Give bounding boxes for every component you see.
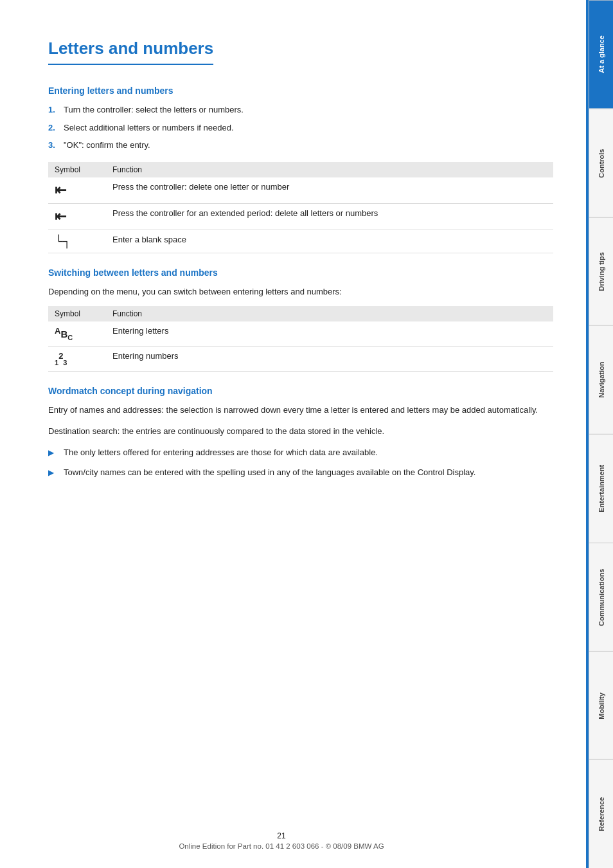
step-3: 3. "OK": confirm the entry. (48, 139, 553, 152)
bullet-2-text: Town/city names can be entered with the … (64, 466, 475, 479)
footer: 21 Online Edition for Part no. 01 41 2 6… (0, 831, 563, 850)
sidebar-tab-label: Navigation (598, 362, 605, 398)
symbol-abc: ABC (48, 321, 106, 347)
table-row: ⇤ Press the controller for an extended p… (48, 203, 553, 230)
step-3-num: 3. (48, 139, 58, 152)
function-abc: Entering letters (106, 321, 553, 347)
page-number: 21 (0, 831, 563, 840)
table-row: 123 Entering numbers (48, 347, 553, 372)
switching-table-col2: Function (106, 306, 553, 321)
bullet-2: ▶ Town/city names can be entered with th… (48, 466, 553, 479)
function-backspace1: Press the controller: delete one letter … (106, 177, 553, 204)
sidebar-tab-driving-tips[interactable]: Driving tips (589, 217, 613, 326)
sidebar-tab-label: Entertainment (598, 465, 605, 512)
wordmatch-heading: Wordmatch concept during navigation (48, 386, 553, 396)
symbol-backspace2: ⇤ (48, 203, 106, 230)
symbol-123: 123 (48, 347, 106, 372)
bullet-1: ▶ The only letters offered for entering … (48, 446, 553, 459)
sidebar-tab-communications[interactable]: Communications (589, 543, 613, 651)
sidebar-tab-navigation[interactable]: Navigation (589, 325, 613, 434)
entering-table: Symbol Function ⇤ Press the controller: … (48, 162, 553, 253)
sidebar-tab-reference[interactable]: Reference (589, 759, 613, 868)
switching-table: Symbol Function ABC Entering letters 123… (48, 306, 553, 372)
sidebar-tab-at-a-glance[interactable]: At a glance (589, 0, 613, 109)
entering-steps: 1. Turn the controller: select the lette… (48, 104, 553, 152)
footer-legal: Online Edition for Part no. 01 41 2 603 … (0, 842, 563, 850)
step-1: 1. Turn the controller: select the lette… (48, 104, 553, 116)
symbol-blank: └┐ (48, 230, 106, 253)
sidebar-tab-label: Driving tips (598, 252, 605, 291)
wordmatch-body1: Entry of names and addresses: the select… (48, 404, 553, 417)
switching-table-col1: Symbol (48, 306, 106, 321)
entering-table-col1: Symbol (48, 162, 106, 177)
entering-table-col2: Function (106, 162, 553, 177)
switching-heading: Switching between letters and numbers (48, 267, 553, 278)
step-1-text: Turn the controller: select the letters … (64, 104, 244, 116)
function-123: Entering numbers (106, 347, 553, 372)
bullet-arrow-icon: ▶ (48, 467, 57, 479)
sidebar-tab-label: Communications (598, 568, 605, 626)
switching-body: Depending on the menu, you can switch be… (48, 285, 553, 299)
sidebar-tab-label: Controls (598, 149, 605, 177)
bullet-arrow-icon: ▶ (48, 447, 57, 459)
sidebar-tab-entertainment[interactable]: Entertainment (589, 434, 613, 543)
bullet-1-text: The only letters offered for entering ad… (64, 446, 378, 459)
table-row: ⇤ Press the controller: delete one lette… (48, 177, 553, 204)
table-row: ABC Entering letters (48, 321, 553, 347)
step-3-text: "OK": confirm the entry. (64, 139, 150, 152)
step-2-text: Select additional letters or numbers if … (64, 122, 234, 134)
sidebar-tab-label: Mobility (598, 692, 605, 719)
sidebar-tab-controls[interactable]: Controls (589, 109, 613, 217)
symbol-backspace1: ⇤ (48, 177, 106, 204)
step-2-num: 2. (48, 122, 58, 134)
function-backspace2: Press the controller for an extended per… (106, 203, 553, 230)
sidebar-tab-label: Reference (598, 797, 605, 831)
page-title: Letters and numbers (48, 39, 213, 65)
table-row: └┐ Enter a blank space (48, 230, 553, 253)
entering-heading: Entering letters and numbers (48, 86, 553, 96)
wordmatch-body2: Destination search: the entries are cont… (48, 425, 553, 439)
step-1-num: 1. (48, 104, 58, 116)
function-blank: Enter a blank space (106, 230, 553, 253)
step-2: 2. Select additional letters or numbers … (48, 122, 553, 134)
sidebar-tab-label: At a glance (598, 36, 605, 74)
sidebar-tab-mobility[interactable]: Mobility (589, 651, 613, 760)
main-content: Letters and numbers Entering letters and… (0, 0, 589, 868)
sidebar: At a glance Controls Driving tips Naviga… (589, 0, 613, 868)
wordmatch-bullets: ▶ The only letters offered for entering … (48, 446, 553, 479)
page-wrapper: Letters and numbers Entering letters and… (0, 0, 613, 868)
